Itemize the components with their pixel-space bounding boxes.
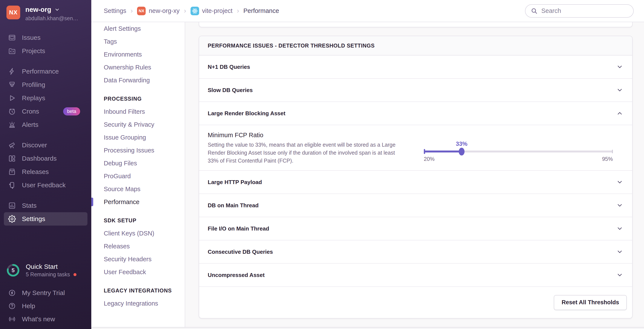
panel-title: PERFORMANCE ISSUES - DETECTOR THRESHOLD …	[208, 43, 375, 49]
bottom-strip	[91, 327, 644, 329]
sidebar-item-label: What's new	[22, 315, 55, 323]
settings-nav-tags[interactable]: Tags	[91, 35, 185, 48]
panel-footer: Reset All Thresholds	[199, 287, 632, 318]
reset-all-thresholds-button[interactable]: Reset All Thresholds	[554, 295, 627, 310]
detector-row-n-1-db-queries[interactable]: N+1 DB Queries	[199, 56, 632, 79]
fcp-ratio-slider[interactable]: 33% 20% 95%	[424, 132, 613, 165]
slider-thumb[interactable]	[459, 148, 465, 155]
sidebar-item-profiling[interactable]: Profiling	[4, 78, 88, 91]
breadcrumb-vite-project[interactable]: vite-project	[190, 7, 233, 15]
settings-nav-releases[interactable]: Releases	[91, 240, 185, 253]
releases-icon	[8, 168, 16, 176]
sidebar-item-label: Issues	[22, 34, 40, 41]
projects-icon	[8, 47, 16, 55]
settings-icon	[8, 215, 16, 223]
sidebar-item-help[interactable]: Help	[4, 299, 88, 312]
field-label: Minimum FCP Ratio	[208, 132, 405, 139]
react-project-icon	[190, 7, 199, 15]
sidebar-item-discover[interactable]: Discover	[4, 139, 88, 152]
slider-max-label: 95%	[602, 156, 613, 162]
chevron-down-icon	[616, 87, 623, 94]
alert-dot	[74, 273, 76, 276]
settings-nav-source-maps[interactable]: Source Maps	[91, 183, 185, 195]
sidebar-item-label: Replays	[22, 94, 45, 102]
sidebar-item-issues[interactable]: Issues	[4, 31, 88, 44]
top-bar: Settings›NXnew-org-xy›vite-project›Perfo…	[91, 0, 644, 22]
slider-fill	[424, 151, 462, 152]
org-switcher[interactable]: NX new-org abdullah.khan@sen…	[0, 0, 91, 22]
sidebar-item-releases[interactable]: Releases	[4, 165, 88, 178]
settings-nav-alert-settings[interactable]: Alert Settings	[91, 22, 185, 35]
settings-nav-label: Inbound Filters	[104, 108, 145, 115]
performance-icon	[8, 68, 16, 75]
settings-nav-data-forwarding[interactable]: Data Forwarding	[91, 74, 185, 87]
detector-row-large-render-blocking-asset[interactable]: Large Render Blocking Asset	[199, 102, 632, 125]
help-icon	[8, 302, 16, 310]
quick-start[interactable]: 5 Quick Start 5 Remaining tasks	[0, 263, 91, 278]
right-pane: Settings›NXnew-org-xy›vite-project›Perfo…	[91, 0, 644, 329]
settings-nav-user-feedback[interactable]: User Feedback	[91, 265, 185, 278]
settings-nav-inbound-filters[interactable]: Inbound Filters	[91, 105, 185, 118]
settings-nav-issue-grouping[interactable]: Issue Grouping	[91, 131, 185, 144]
sidebar-item-stats[interactable]: Stats	[4, 199, 88, 212]
settings-nav-proguard[interactable]: ProGuard	[91, 170, 185, 183]
detector-row-db-on-main-thread[interactable]: DB on Main Thread	[199, 194, 632, 217]
sidebar-nav: IssuesProjectsPerformanceProfilingReplay…	[0, 31, 91, 226]
detector-row-file-i-o-on-main-thread[interactable]: File I/O on Main Thread	[199, 217, 632, 240]
sidebar-item-my-sentry-trial[interactable]: My Sentry Trial	[4, 286, 88, 299]
detector-row-uncompressed-asset[interactable]: Uncompressed Asset	[199, 264, 632, 287]
detector-rows: N+1 DB QueriesSlow DB QueriesLarge Rende…	[199, 56, 632, 287]
sidebar-item-what-s-new[interactable]: What's new	[4, 312, 88, 325]
sidebar-item-alerts[interactable]: Alerts	[4, 118, 88, 131]
settings-nav-processing-issues[interactable]: Processing Issues	[91, 144, 185, 157]
search-field[interactable]	[541, 7, 628, 15]
settings-nav-client-keys-dsn[interactable]: Client Keys (DSN)	[91, 227, 185, 240]
issues-icon	[8, 34, 16, 42]
breadcrumb-label: Settings	[104, 7, 126, 15]
beta-badge: beta	[63, 107, 80, 116]
sidebar-item-user-feedback[interactable]: User Feedback	[4, 178, 88, 192]
user-feedback-icon	[8, 181, 16, 189]
breadcrumb-label: vite-project	[202, 7, 233, 15]
sidebar-item-projects[interactable]: Projects	[4, 44, 88, 58]
sidebar-item-label: Help	[22, 302, 35, 310]
crons-icon	[8, 108, 16, 115]
sidebar-item-replays[interactable]: Replays	[4, 91, 88, 105]
sidebar-item-label: Crons	[22, 108, 39, 115]
sidebar-item-settings[interactable]: Settings	[4, 212, 88, 226]
settings-nav-performance[interactable]: Performance	[91, 195, 185, 208]
slider-value-label: 33%	[456, 141, 468, 147]
sidebar-item-label: Projects	[22, 47, 45, 55]
breadcrumb-new-org-xy[interactable]: NXnew-org-xy	[137, 7, 179, 15]
chevron-down-icon	[54, 7, 60, 13]
breadcrumb-performance: Performance	[244, 7, 279, 15]
detector-row-slow-db-queries[interactable]: Slow DB Queries	[199, 79, 632, 102]
search-input[interactable]	[525, 4, 634, 18]
settings-nav-security-headers[interactable]: Security Headers	[91, 253, 185, 265]
settings-nav-debug-files[interactable]: Debug Files	[91, 157, 185, 170]
settings-nav-security-privacy[interactable]: Security & Privacy	[91, 118, 185, 131]
breadcrumb-label: new-org-xy	[149, 7, 179, 15]
whats-new-icon	[8, 315, 16, 323]
detector-row-consecutive-db-queries[interactable]: Consecutive DB Queries	[199, 240, 632, 264]
alerts-icon	[8, 121, 16, 129]
settings-nav-label: Issue Grouping	[104, 134, 146, 141]
sidebar-item-performance[interactable]: Performance	[4, 65, 88, 78]
breadcrumb-settings[interactable]: Settings	[104, 7, 126, 15]
discover-icon	[8, 141, 16, 149]
settings-nav-label: ProGuard	[104, 173, 131, 180]
sidebar-footer: My Sentry TrialHelpWhat's new	[0, 286, 91, 329]
sidebar-item-dashboards[interactable]: Dashboards	[4, 152, 88, 165]
sidebar-item-label: Profiling	[22, 81, 45, 88]
settings-nav-label: Releases	[104, 243, 130, 250]
quick-start-title: Quick Start	[26, 263, 76, 270]
slider-track[interactable]	[424, 151, 613, 152]
settings-nav-label: User Feedback	[104, 268, 146, 276]
sidebar-item-crons[interactable]: Cronsbeta	[4, 105, 88, 118]
detector-row-large-http-payload[interactable]: Large HTTP Payload	[199, 171, 632, 194]
settings-nav-legacy-integrations[interactable]: Legacy Integrations	[91, 297, 185, 310]
org-badge: NX	[137, 7, 146, 15]
settings-nav-environments[interactable]: Environments	[91, 48, 185, 61]
settings-nav-ownership-rules[interactable]: Ownership Rules	[91, 61, 185, 74]
sidebar-item-label: Settings	[22, 215, 45, 223]
